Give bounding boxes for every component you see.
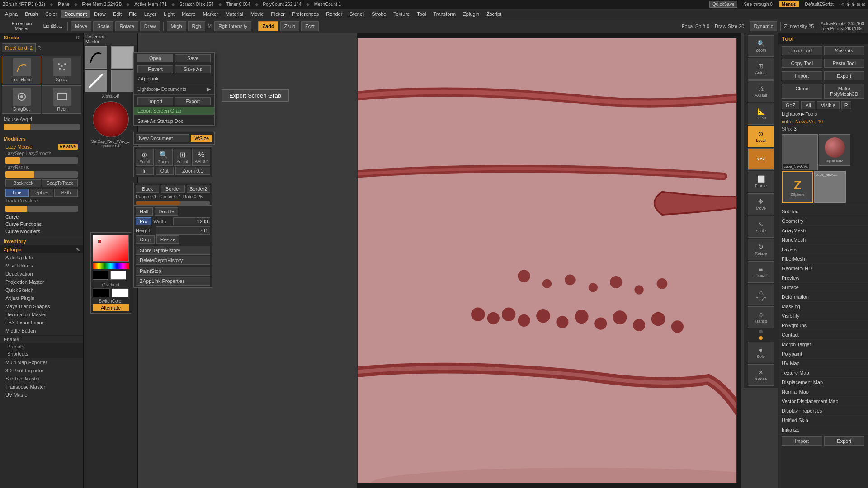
lazy-slider[interactable] — [5, 157, 78, 164]
lightbox-tools-btn[interactable]: Lightbox▶ Tools — [782, 111, 817, 117]
r-tool-btn[interactable]: R — [841, 101, 851, 109]
persp-btn[interactable]: 📐 Persp — [748, 103, 774, 125]
fiber-mesh-item[interactable]: FiberMesh — [778, 254, 868, 264]
unified-skin-item[interactable]: Unified Skin — [778, 416, 868, 425]
menu-material[interactable]: Material — [222, 10, 246, 18]
aahalf-control-btn[interactable]: ½ AAHalf — [748, 80, 774, 102]
zsub-button[interactable]: Zsub — [280, 21, 299, 31]
menu-draw[interactable]: Draw — [91, 10, 109, 18]
brush-spray[interactable]: Spray — [42, 56, 81, 84]
alpha-thumb-3[interactable] — [85, 70, 107, 92]
store-depth-btn[interactable]: StoreDepthHistory — [136, 246, 210, 255]
zplugin-fbx[interactable]: FBX ExportImport — [0, 319, 83, 327]
load-tool-btn[interactable]: Load Tool — [782, 46, 822, 55]
brush-dragdot[interactable]: DragDot — [2, 85, 41, 114]
alternate-btn[interactable]: Alternate — [93, 304, 129, 311]
color-swatch[interactable] — [93, 235, 129, 262]
export-tool-btn[interactable]: Export — [824, 71, 865, 80]
uv-map-item[interactable]: UV Map — [778, 359, 868, 368]
rotate-control-btn[interactable]: ↻ Rotate — [748, 239, 774, 260]
border2-btn[interactable]: Border2 — [187, 185, 210, 193]
menu-light[interactable]: Light — [160, 10, 178, 18]
zplugin-maya[interactable]: Maya Blend Shapes — [0, 302, 83, 310]
vector-displacement-item[interactable]: Vector Displacement Map — [778, 397, 868, 406]
geometry-hd-item[interactable]: Geometry HD — [778, 264, 868, 273]
display-properties-item[interactable]: Display Properties — [778, 406, 868, 416]
dd-revert-btn[interactable]: Revert — [137, 65, 173, 73]
copy-tool-btn[interactable]: Copy Tool — [782, 59, 822, 68]
delete-depth-btn[interactable]: DeleteDepthHistory — [136, 256, 210, 265]
alpha-thumb-4[interactable] — [111, 70, 134, 92]
dd-export-screen-grab[interactable]: Export Screen Grab — [134, 107, 214, 115]
half-btn[interactable]: Half — [136, 207, 153, 216]
spline-btn[interactable]: Spline — [30, 189, 53, 197]
paintstop-btn[interactable]: PaintStop — [136, 267, 210, 276]
menu-stencil[interactable]: Stencil — [346, 10, 368, 18]
zplugin-auto-update[interactable]: Auto Update — [0, 253, 83, 262]
dd-save-startup[interactable]: Save As Startup Doc — [134, 117, 214, 125]
geometry-item[interactable]: Geometry — [778, 216, 868, 226]
projection-master-btn[interactable]: ProjectionMaster — [12, 21, 32, 31]
masking-item[interactable]: Masking — [778, 302, 868, 311]
color-black[interactable] — [93, 288, 110, 297]
dd-saveas-btn[interactable]: Save As — [175, 65, 211, 73]
quick-save-button[interactable]: QuickSave — [709, 1, 737, 8]
border-btn[interactable]: Border — [161, 185, 184, 193]
scroll-btn[interactable]: ⊕ Scroll — [136, 149, 154, 166]
import-tool-btn[interactable]: Import — [782, 71, 822, 80]
menu-edit[interactable]: Edit — [110, 10, 125, 18]
paste-tool-btn[interactable]: Paste Tool — [824, 59, 865, 68]
zplugin-middle[interactable]: Middle Button — [0, 327, 83, 335]
export-screen-grab-button[interactable]: Export Screen Grab — [222, 89, 289, 102]
brush-freehand[interactable]: FreeHand — [2, 56, 41, 84]
menu-marker[interactable]: Marker — [200, 10, 222, 18]
deformation-item[interactable]: Deformation — [778, 292, 868, 302]
white-swatch[interactable] — [110, 271, 126, 280]
menu-movie[interactable]: Movie — [247, 10, 267, 18]
color-white[interactable] — [112, 288, 129, 297]
zplugin-presets[interactable]: Presets — [0, 343, 83, 350]
new-document-btn[interactable]: New Document — [136, 134, 189, 142]
black-swatch[interactable] — [93, 271, 108, 280]
menu-picker[interactable]: Picker — [268, 10, 288, 18]
cube-newu-thumb[interactable]: cube_NewU... — [814, 171, 846, 203]
wsize-btn[interactable]: WSize — [191, 135, 212, 142]
zsphere-thumb[interactable]: Z ZSphere — [782, 171, 813, 203]
zplugin-quicksketch[interactable]: QuickSketch — [0, 286, 83, 294]
zplugin-projection[interactable]: Projection Master — [0, 278, 83, 286]
alpha-thumb-1[interactable] — [85, 46, 107, 69]
initialize-item[interactable]: Initialize — [778, 425, 868, 435]
zadd-button[interactable]: Zadd — [258, 21, 278, 31]
rotate-button[interactable]: Rotate — [115, 21, 138, 31]
import-bottom-btn[interactable]: Import — [782, 436, 822, 446]
save-as-tool-btn[interactable]: Save As — [824, 46, 865, 55]
draw-button[interactable]: Draw — [140, 21, 160, 31]
range-slider[interactable] — [136, 201, 210, 205]
aahalf-btn[interactable]: ½ AAHalf — [192, 149, 210, 166]
menu-layer[interactable]: Layer — [141, 10, 160, 18]
line-btn[interactable]: Line — [5, 189, 29, 197]
texture-map-item[interactable]: Texture Map — [778, 368, 868, 378]
double-btn[interactable]: Double — [155, 207, 179, 216]
clone-btn[interactable]: Clone — [782, 84, 822, 99]
make-polymesh-btn[interactable]: Make PolyMesh3D — [824, 84, 865, 99]
zplugin-multimap[interactable]: Multi Map Exporter — [0, 358, 83, 366]
goz-btn[interactable]: GoZ — [782, 101, 799, 109]
menu-document[interactable]: Document — [61, 10, 90, 18]
all-btn[interactable]: All — [801, 101, 815, 109]
relative-tag[interactable]: Relative — [58, 144, 78, 150]
zoom-btn[interactable]: 🔍 Zoom — [155, 149, 173, 166]
displacement-map-item[interactable]: Displacement Map — [778, 378, 868, 387]
dd-lightbox-documents[interactable]: Lightbox▶ Documents ▶ — [134, 85, 214, 94]
scale-control-btn[interactable]: ⤡ Scale — [748, 216, 774, 238]
menu-zplugin[interactable]: Zplugin — [460, 10, 482, 18]
resize-btn[interactable]: Resize — [156, 235, 180, 244]
lazy-radius-slider[interactable] — [5, 171, 78, 178]
zplugin-decimation[interactable]: Decimation Master — [0, 310, 83, 319]
frame-btn[interactable]: ⬜ Frame — [748, 171, 774, 192]
dd-import-btn[interactable]: Import — [137, 97, 173, 105]
zplugin-uv[interactable]: UV Master — [0, 391, 83, 399]
brush-rect[interactable]: Rect — [42, 85, 81, 114]
move-control-btn[interactable]: ✥ Move — [748, 193, 774, 215]
track-curvature-slider[interactable] — [5, 206, 78, 212]
